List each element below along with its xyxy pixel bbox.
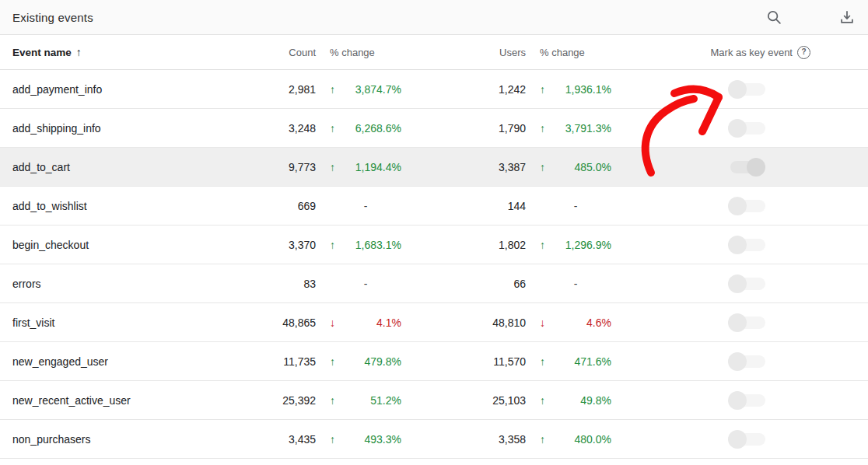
mark-as-key-event-toggle[interactable] — [728, 236, 765, 254]
event-name-cell: new_recent_active_user — [0, 394, 238, 407]
mark-as-key-event-toggle[interactable] — [728, 391, 765, 410]
mark-as-key-event-toggle[interactable] — [728, 158, 765, 177]
column-header-event-name[interactable]: Event name ↑ — [0, 46, 238, 58]
count-change-cell: - — [316, 278, 401, 290]
count-cell: 3,248 — [238, 122, 316, 135]
event-name-cell: add_to_cart — [0, 161, 238, 173]
pct-change-value: 3,791.3% — [546, 122, 611, 135]
table-header-row: Event name ↑ Count % change Users % chan… — [0, 35, 868, 70]
count-cell: 3,435 — [238, 433, 316, 446]
pct-change-value: 3,874.7% — [336, 83, 401, 96]
key-event-cell — [611, 313, 868, 332]
mark-as-key-event-toggle[interactable] — [728, 80, 765, 99]
pct-change-value: 480.0% — [546, 433, 611, 446]
event-name-cell: add_to_wishlist — [0, 200, 238, 212]
up-arrow-icon: ↑ — [330, 433, 335, 446]
mark-as-key-event-toggle[interactable] — [728, 313, 765, 332]
column-header-users-pct-change[interactable]: % change — [526, 47, 611, 58]
count-change-cell: ↑479.8% — [316, 355, 401, 368]
count-change-cell: ↑493.3% — [316, 433, 401, 446]
column-header-users[interactable]: Users — [401, 47, 526, 58]
table-row: first_visit 48,865 ↓4.1% 48,810 ↓4.6% — [0, 303, 868, 342]
table-row: new_recent_active_user 25,392 ↑51.2% 25,… — [0, 381, 868, 420]
event-name-cell: first_visit — [0, 316, 238, 329]
pct-change-value: 1,296.9% — [546, 239, 611, 251]
up-arrow-icon: ↑ — [330, 239, 335, 251]
table-row: begin_checkout 3,370 ↑1,683.1% 1,802 ↑1,… — [0, 226, 868, 264]
toggle-knob — [728, 236, 747, 254]
users-cell: 48,810 — [401, 316, 526, 329]
pct-change-value: 471.6% — [546, 355, 611, 368]
toggle-knob — [728, 313, 747, 332]
column-header-mark-key-event: Mark as key event ? — [611, 46, 868, 59]
users-cell: 11,570 — [401, 355, 526, 368]
toggle-knob — [728, 80, 747, 99]
count-cell: 3,370 — [238, 239, 316, 251]
column-header-count[interactable]: Count — [238, 47, 316, 58]
users-change-cell: ↓4.6% — [526, 316, 611, 329]
key-event-cell — [611, 352, 868, 371]
mark-as-key-event-toggle[interactable] — [728, 274, 765, 293]
up-arrow-icon: ↑ — [330, 161, 335, 173]
key-event-cell — [611, 80, 868, 99]
users-cell: 1,802 — [401, 239, 526, 251]
up-arrow-icon: ↑ — [540, 83, 545, 96]
key-event-cell — [611, 274, 868, 293]
mark-as-key-event-toggle[interactable] — [728, 119, 765, 138]
up-arrow-icon: ↑ — [330, 355, 335, 368]
up-arrow-icon: ↑ — [330, 83, 335, 96]
count-cell: 83 — [238, 278, 316, 290]
event-name-cell: add_shipping_info — [0, 122, 238, 135]
up-arrow-icon: ↑ — [540, 122, 545, 135]
count-cell: 669 — [238, 200, 316, 212]
toggle-knob — [728, 197, 747, 215]
mark-as-key-event-toggle[interactable] — [728, 197, 765, 215]
pct-change-value: 493.3% — [336, 433, 401, 446]
download-button[interactable] — [838, 9, 856, 26]
title-actions — [765, 9, 860, 26]
column-header-count-pct-change[interactable]: % change — [316, 47, 401, 58]
event-name-header-label: Event name — [12, 47, 72, 58]
up-arrow-icon: ↑ — [540, 161, 545, 173]
mark-key-event-label: Mark as key event — [711, 47, 793, 58]
count-cell: 48,865 — [238, 316, 316, 329]
users-cell: 3,358 — [401, 433, 526, 446]
pct-change-value: 485.0% — [546, 161, 611, 173]
mark-as-key-event-toggle[interactable] — [728, 352, 765, 371]
key-event-cell — [611, 236, 868, 254]
count-cell: 9,773 — [238, 161, 316, 173]
toggle-knob — [747, 158, 765, 177]
users-change-cell: ↑49.8% — [526, 394, 611, 407]
up-arrow-icon: ↑ — [540, 239, 545, 251]
search-button[interactable] — [765, 9, 782, 26]
users-cell: 25,103 — [401, 394, 526, 407]
users-change-cell: ↑3,791.3% — [526, 122, 611, 135]
card-title-bar: Existing events — [0, 0, 868, 35]
count-change-cell: ↑6,268.6% — [316, 122, 401, 135]
users-change-cell: ↑471.6% — [526, 355, 611, 368]
count-change-cell: - — [316, 200, 401, 212]
key-event-cell — [611, 430, 868, 449]
pct-change-value: 49.8% — [546, 394, 611, 407]
page-title: Existing events — [12, 11, 93, 24]
count-change-cell: ↑1,683.1% — [316, 239, 401, 251]
toggle-knob — [728, 430, 747, 449]
users-change-cell: ↑1,936.1% — [526, 83, 611, 96]
pct-change-value: 1,194.4% — [336, 161, 401, 173]
users-cell: 66 — [401, 278, 526, 290]
users-change-cell: ↑485.0% — [526, 161, 611, 173]
table-body: add_payment_info 2,981 ↑3,874.7% 1,242 ↑… — [0, 70, 868, 459]
count-cell: 25,392 — [238, 394, 316, 407]
event-name-cell: add_payment_info — [0, 83, 238, 96]
toggle-knob — [728, 119, 747, 138]
table-row: add_shipping_info 3,248 ↑6,268.6% 1,790 … — [0, 109, 868, 148]
count-cell: 11,735 — [238, 355, 316, 368]
toggle-knob — [728, 352, 747, 371]
down-arrow-icon: ↓ — [540, 316, 545, 329]
mark-as-key-event-toggle[interactable] — [728, 430, 765, 449]
table-row: add_to_wishlist 669 - 144 - — [0, 187, 868, 226]
pct-change-value: 4.1% — [336, 316, 401, 329]
users-change-cell: - — [526, 200, 611, 212]
help-icon[interactable]: ? — [797, 46, 810, 59]
up-arrow-icon: ↑ — [540, 394, 545, 407]
